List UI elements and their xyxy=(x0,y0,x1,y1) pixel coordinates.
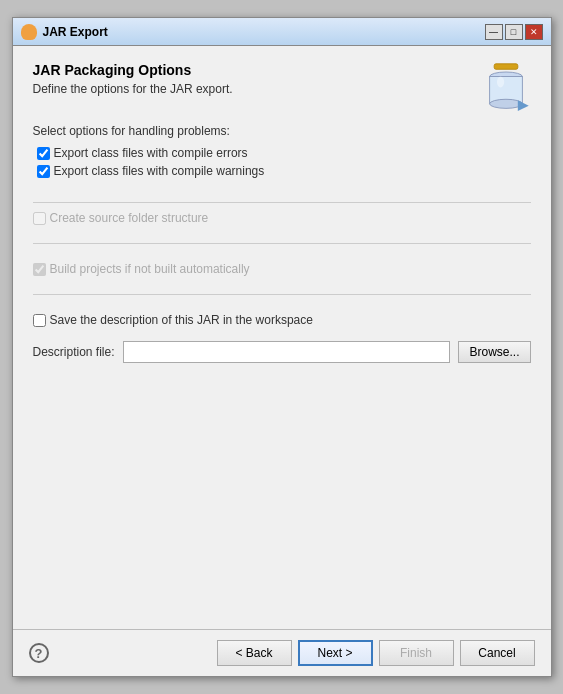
header-text: JAR Packaging Options Define the options… xyxy=(33,62,471,96)
page-title: JAR Packaging Options xyxy=(33,62,471,78)
help-button[interactable]: ? xyxy=(29,643,49,663)
close-button[interactable]: ✕ xyxy=(525,24,543,40)
compile-errors-checkbox[interactable] xyxy=(37,147,50,160)
svg-point-3 xyxy=(489,99,522,108)
options-section: Create source folder structure Build pro… xyxy=(33,211,531,363)
description-file-input[interactable] xyxy=(123,341,451,363)
divider-1 xyxy=(33,202,531,203)
back-button[interactable]: < Back xyxy=(217,640,292,666)
compile-warnings-checkbox[interactable] xyxy=(37,165,50,178)
cancel-button[interactable]: Cancel xyxy=(460,640,535,666)
window-controls: — □ ✕ xyxy=(485,24,543,40)
divider-2 xyxy=(33,243,531,244)
description-file-row: Description file: Browse... xyxy=(33,341,531,363)
source-folder-checkbox[interactable] xyxy=(33,212,46,225)
save-description-checkbox[interactable] xyxy=(33,314,46,327)
divider-3 xyxy=(33,294,531,295)
svg-rect-0 xyxy=(494,64,518,69)
compile-warnings-row: Export class files with compile warnings xyxy=(37,164,531,178)
source-folder-row: Create source folder structure xyxy=(33,211,531,225)
svg-point-4 xyxy=(496,77,503,88)
build-projects-label: Build projects if not built automaticall… xyxy=(50,262,250,276)
jar-icon xyxy=(481,62,531,112)
next-button[interactable]: Next > xyxy=(298,640,373,666)
footer: ? < Back Next > Finish Cancel xyxy=(13,629,551,676)
jar-title-icon xyxy=(21,24,37,40)
footer-left: ? xyxy=(29,643,49,663)
save-description-row: Save the description of this JAR in the … xyxy=(33,313,531,327)
save-description-label[interactable]: Save the description of this JAR in the … xyxy=(50,313,313,327)
compile-warnings-label[interactable]: Export class files with compile warnings xyxy=(54,164,265,178)
source-folder-label: Create source folder structure xyxy=(50,211,209,225)
compile-errors-row: Export class files with compile errors xyxy=(37,146,531,160)
main-window: JAR Export — □ ✕ JAR Packaging Options D… xyxy=(12,17,552,677)
window-title: JAR Export xyxy=(43,25,108,39)
footer-buttons: < Back Next > Finish Cancel xyxy=(217,640,535,666)
minimize-button[interactable]: — xyxy=(485,24,503,40)
content-area: JAR Packaging Options Define the options… xyxy=(13,46,551,629)
checkbox-group: Export class files with compile errors E… xyxy=(33,146,531,178)
svg-marker-5 xyxy=(517,100,528,111)
description-file-label: Description file: xyxy=(33,345,115,359)
spacer xyxy=(33,375,531,613)
header-section: JAR Packaging Options Define the options… xyxy=(33,62,531,112)
title-bar-left: JAR Export xyxy=(21,24,108,40)
maximize-button[interactable]: □ xyxy=(505,24,523,40)
handling-label: Select options for handling problems: xyxy=(33,124,531,138)
page-subtitle: Define the options for the JAR export. xyxy=(33,82,471,96)
compile-errors-label[interactable]: Export class files with compile errors xyxy=(54,146,248,160)
build-projects-checkbox[interactable] xyxy=(33,263,46,276)
build-projects-row: Build projects if not built automaticall… xyxy=(33,262,531,276)
browse-button[interactable]: Browse... xyxy=(458,341,530,363)
finish-button[interactable]: Finish xyxy=(379,640,454,666)
title-bar: JAR Export — □ ✕ xyxy=(13,18,551,46)
